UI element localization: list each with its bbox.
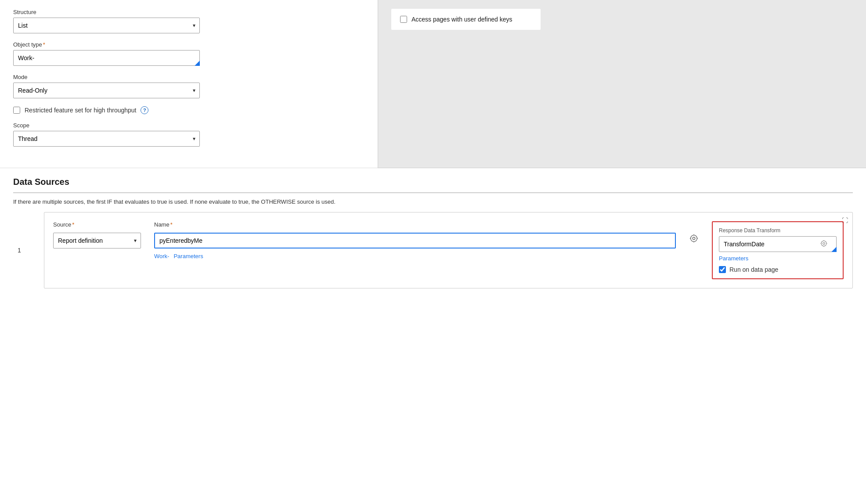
mode-select[interactable]: Read-Only Read-Write — [13, 83, 200, 98]
response-transform-label: Response Data Transform — [719, 227, 837, 234]
run-on-data-page-checkbox[interactable] — [719, 266, 726, 273]
source-field-label: Source* — [53, 221, 141, 228]
access-pages-row: Access pages with user defined keys — [400, 16, 532, 23]
scope-label: Scope — [13, 122, 364, 129]
name-parameters-link[interactable]: Parameters — [173, 253, 203, 259]
restricted-feature-row: Restricted feature set for high throughp… — [13, 106, 364, 114]
left-panel: Structure List Tree Grid ▾ Object type* — [0, 0, 378, 168]
scope-select-wrapper: Thread Session Request ▾ — [13, 131, 200, 147]
source-required-star: * — [72, 221, 74, 228]
data-source-row: Source* Report definition Data page Data… — [44, 212, 852, 288]
name-field-input[interactable] — [154, 233, 676, 248]
source-select-wrapper: Report definition Data page Data transfo… — [53, 233, 141, 248]
data-sources-title: Data Sources — [13, 177, 853, 187]
run-on-data-row: Run on data page — [719, 266, 837, 273]
svg-point-6 — [821, 241, 826, 246]
transform-input-wrapper — [719, 236, 837, 252]
data-source-outer: 1 ⛶ Source* Report definition Data page — [31, 212, 853, 288]
structure-field-group: Structure List Tree Grid ▾ — [13, 9, 364, 33]
object-type-field-group: Object type* Work- — [13, 41, 364, 66]
svg-point-0 — [691, 235, 697, 242]
svg-point-11 — [823, 242, 825, 245]
name-field-label: Name* — [154, 221, 676, 228]
structure-label: Structure — [13, 9, 364, 15]
row-number: 1 — [18, 247, 21, 254]
source-field: Source* Report definition Data page Data… — [53, 221, 141, 248]
help-icon[interactable]: ? — [141, 106, 148, 114]
name-sub-links: Work- Parameters — [154, 253, 676, 259]
top-section: Structure List Tree Grid ▾ Object type* — [0, 0, 866, 168]
svg-point-5 — [693, 237, 695, 240]
restricted-feature-checkbox[interactable] — [13, 107, 20, 114]
section-divider — [13, 192, 853, 193]
mode-select-wrapper: Read-Only Read-Write ▾ — [13, 83, 200, 98]
transform-input[interactable] — [719, 236, 837, 252]
scope-field-group: Scope Thread Session Request ▾ — [13, 122, 364, 147]
source-select[interactable]: Report definition Data page Data transfo… — [53, 233, 141, 248]
transform-sub-links: Parameters — [719, 255, 837, 262]
data-sources-section: Data Sources If there are multiple sourc… — [0, 168, 866, 297]
access-pages-card: Access pages with user defined keys — [391, 9, 541, 30]
helper-text: If there are multiple sources, the first… — [13, 198, 853, 205]
transform-parameters-link[interactable]: Parameters — [719, 255, 748, 262]
restricted-feature-label: Restricted feature set for high throughp… — [25, 107, 136, 114]
structure-select-wrapper: List Tree Grid ▾ — [13, 18, 200, 33]
object-type-label: Object type* — [13, 41, 364, 48]
transform-target-icon[interactable] — [820, 240, 828, 249]
scope-select[interactable]: Thread Session Request — [13, 131, 200, 147]
object-type-select[interactable]: Work- — [13, 50, 200, 66]
mode-label: Mode — [13, 74, 364, 80]
right-panel: Access pages with user defined keys — [378, 0, 866, 168]
name-required-star: * — [170, 221, 173, 228]
access-pages-checkbox[interactable] — [400, 16, 407, 23]
target-icon[interactable] — [689, 234, 699, 245]
data-source-container: ⛶ Source* Report definition Data page Da… — [44, 212, 853, 288]
run-on-data-page-label: Run on data page — [729, 266, 778, 273]
name-work-link[interactable]: Work- — [154, 253, 169, 259]
response-transform-box: Response Data Transform — [712, 221, 844, 279]
mode-field-group: Mode Read-Only Read-Write ▾ — [13, 74, 364, 98]
page-wrapper: Structure List Tree Grid ▾ Object type* — [0, 0, 866, 504]
object-type-required-star: * — [43, 41, 45, 48]
name-field: Name* Work- Parameters — [154, 221, 676, 259]
object-type-select-wrapper: Work- — [13, 50, 200, 66]
structure-select[interactable]: List Tree Grid — [13, 18, 200, 33]
access-pages-label: Access pages with user defined keys — [411, 16, 512, 23]
